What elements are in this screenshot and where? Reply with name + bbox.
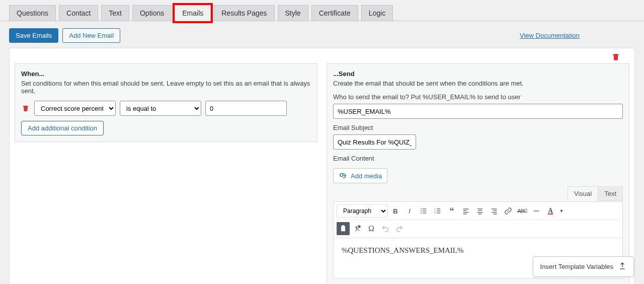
- email-card: When... Set conditions for when this ema…: [9, 48, 635, 284]
- svg-point-28: [358, 226, 360, 228]
- tab-certificate[interactable]: Certificate: [311, 5, 358, 21]
- editor-toolbar: Paragraph B I 123 “: [333, 201, 623, 238]
- svg-rect-23: [492, 212, 497, 212]
- subject-input[interactable]: [333, 134, 416, 150]
- paragraph-select[interactable]: Paragraph: [337, 204, 388, 218]
- align-right-icon[interactable]: [488, 204, 501, 218]
- svg-rect-17: [477, 208, 483, 209]
- content-label: Email Content: [333, 155, 623, 162]
- add-media-button[interactable]: Add media: [333, 168, 387, 183]
- tab-emails[interactable]: Emails: [175, 5, 211, 21]
- bullet-list-icon[interactable]: [417, 204, 430, 218]
- add-new-email-button[interactable]: Add New Email: [62, 28, 120, 43]
- tab-results-pages[interactable]: Results Pages: [214, 5, 274, 21]
- tab-options[interactable]: Options: [132, 5, 172, 21]
- svg-rect-16: [463, 214, 467, 214]
- editor-tab-visual[interactable]: Visual: [568, 186, 598, 201]
- condition-field-select[interactable]: Correct score percentage: [34, 101, 116, 116]
- italic-icon[interactable]: I: [403, 204, 416, 218]
- svg-rect-22: [494, 210, 497, 211]
- tab-bar: Questions Contact Text Options Emails Re…: [0, 0, 644, 21]
- svg-rect-10: [437, 210, 440, 211]
- svg-text:3: 3: [434, 211, 436, 214]
- send-title: ...Send: [333, 70, 623, 78]
- svg-rect-4: [423, 210, 426, 211]
- svg-point-3: [421, 210, 422, 211]
- to-label: Who to send the email to? Put %USER_EMAI…: [333, 93, 623, 101]
- svg-rect-19: [477, 212, 483, 212]
- paste-icon[interactable]: [337, 222, 350, 235]
- svg-rect-2: [423, 208, 426, 209]
- horizontal-rule-icon[interactable]: [530, 204, 543, 218]
- send-panel: ...Send Create the email that should be …: [327, 63, 629, 284]
- numbered-list-icon[interactable]: 123: [431, 204, 444, 218]
- when-desc: Set conditions for when this email shoul…: [21, 80, 311, 95]
- insert-template-variables-button[interactable]: Insert Template Variables: [533, 256, 634, 277]
- svg-rect-21: [492, 208, 497, 209]
- add-media-label: Add media: [351, 172, 382, 180]
- send-desc: Create the email that should be sent whe…: [333, 80, 623, 87]
- editor-tabs: Visual Text: [568, 186, 623, 201]
- align-center-icon[interactable]: [473, 204, 487, 218]
- svg-rect-13: [463, 208, 469, 209]
- tab-contact[interactable]: Contact: [59, 5, 98, 21]
- tab-style[interactable]: Style: [278, 5, 308, 21]
- view-documentation-link[interactable]: View Documentation: [520, 32, 580, 39]
- subject-label: Email Subject: [333, 124, 623, 131]
- save-emails-button[interactable]: Save Emails: [9, 28, 58, 43]
- upload-icon: [618, 262, 626, 271]
- svg-rect-15: [463, 212, 469, 212]
- align-left-icon[interactable]: [459, 204, 472, 218]
- delete-condition-icon[interactable]: [21, 104, 30, 112]
- clear-formatting-icon[interactable]: [351, 222, 364, 235]
- svg-rect-8: [437, 208, 440, 209]
- strikethrough-icon[interactable]: ABC: [516, 204, 529, 218]
- action-row: Save Emails Add New Email View Documenta…: [0, 21, 644, 48]
- text-color-icon[interactable]: A: [544, 204, 557, 218]
- editor-tab-text[interactable]: Text: [598, 186, 623, 201]
- bold-icon[interactable]: B: [389, 204, 402, 218]
- svg-point-5: [421, 212, 422, 214]
- svg-rect-14: [463, 210, 467, 211]
- svg-rect-25: [534, 210, 539, 211]
- delete-email-icon[interactable]: [611, 52, 620, 63]
- svg-rect-20: [478, 214, 482, 214]
- tab-logic[interactable]: Logic: [361, 5, 393, 21]
- blockquote-icon[interactable]: “: [445, 204, 458, 218]
- svg-rect-12: [437, 212, 440, 213]
- condition-operator-select[interactable]: is equal to: [120, 101, 201, 116]
- link-icon[interactable]: [502, 204, 515, 218]
- svg-point-1: [421, 208, 422, 209]
- svg-rect-18: [478, 210, 482, 211]
- svg-rect-24: [494, 214, 497, 214]
- to-input[interactable]: [333, 104, 623, 119]
- special-character-icon[interactable]: Ω: [365, 222, 378, 235]
- media-icon: [339, 171, 348, 180]
- svg-rect-26: [341, 226, 345, 232]
- tab-text[interactable]: Text: [101, 5, 129, 21]
- svg-point-0: [340, 174, 343, 177]
- redo-icon[interactable]: [393, 222, 406, 235]
- when-title: When...: [21, 70, 311, 78]
- svg-rect-6: [423, 212, 426, 213]
- insert-template-variables-label: Insert Template Variables: [540, 263, 613, 270]
- svg-rect-27: [342, 225, 344, 227]
- text-color-dropdown-icon[interactable]: ▼: [558, 204, 565, 218]
- condition-row: Correct score percentage is equal to: [21, 101, 311, 116]
- when-panel: When... Set conditions for when this ema…: [15, 63, 317, 142]
- undo-icon[interactable]: [379, 222, 392, 235]
- tab-questions[interactable]: Questions: [9, 5, 56, 21]
- add-additional-condition-button[interactable]: Add additional condition: [21, 121, 104, 135]
- condition-value-input[interactable]: [205, 101, 287, 116]
